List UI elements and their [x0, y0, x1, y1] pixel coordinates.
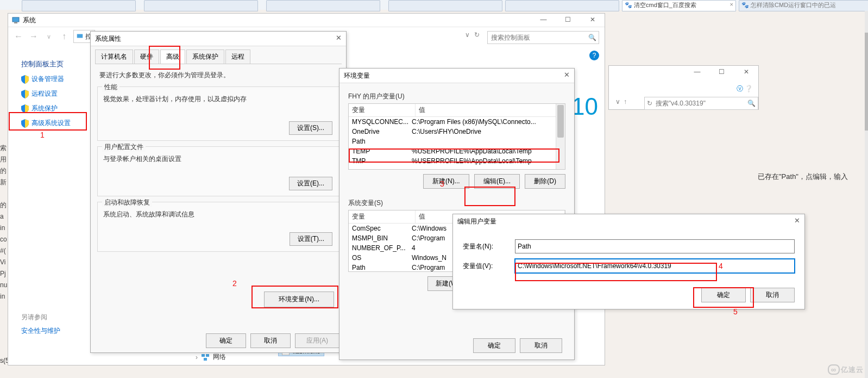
tab-row: 计算机名 硬件 高级 系统保护 远程: [95, 49, 342, 64]
sidebar-item-label: 安全性与维护: [21, 326, 60, 336]
dialog-title: 编辑用户变量: [453, 214, 804, 228]
group-performance: 性能 视觉效果，处理器计划，内存使用，以及虚拟内存 设置(S)...: [97, 86, 339, 141]
window-title: 系统: [23, 16, 36, 25]
sidebar-heading: 控制面板主页: [21, 59, 92, 69]
windows-10-logo: 10: [571, 93, 598, 120]
group-profile: 用户配置文件 与登录帐户相关的桌面设置 设置(E)...: [97, 146, 339, 196]
tab-computer-name[interactable]: 计算机名: [95, 49, 133, 64]
close-icon[interactable]: ×: [730, 1, 733, 8]
callout-box-path: [349, 148, 559, 163]
callout-label-4: 4: [719, 262, 723, 270]
shield-icon: [21, 90, 29, 98]
minimize-icon[interactable]: —: [531, 14, 556, 27]
sidebar: 控制面板主页 设备管理器 远程设置 系统保护 高级系统设置 另请参阅 安全性与维…: [21, 59, 92, 341]
tab-protection[interactable]: 系统保护: [186, 49, 224, 64]
chevron-down-icon[interactable]: ∨: [43, 33, 55, 40]
explorer-search[interactable]: ↻ 🔍: [644, 97, 758, 110]
sidebar-item-label: 设备管理器: [32, 75, 64, 84]
svg-rect-1: [14, 22, 17, 23]
search-icon[interactable]: 🔍: [588, 34, 596, 41]
col-var[interactable]: 变量: [349, 104, 416, 116]
search-input[interactable]: [490, 33, 574, 42]
settings-button[interactable]: 设置(T)...: [290, 232, 332, 246]
callout-box-4: [515, 263, 717, 281]
chevron-down-icon[interactable]: ∨: [465, 31, 470, 39]
tree-item-network[interactable]: › 网络: [196, 352, 226, 362]
maximize-icon[interactable]: ☐: [709, 66, 734, 79]
page-scrollbar[interactable]: [865, 11, 868, 378]
col-val[interactable]: 值: [416, 104, 565, 116]
settings-button[interactable]: 设置(E)...: [289, 177, 332, 190]
cancel-button[interactable]: 取消: [250, 333, 291, 348]
sidebar-item-device-manager[interactable]: 设备管理器: [21, 75, 92, 84]
scrollbar-thumb[interactable]: [865, 33, 868, 131]
apply-button[interactable]: 应用(A): [295, 333, 339, 348]
tab-fragment[interactable]: [144, 0, 258, 11]
chevron-down-icon[interactable]: ∨: [615, 98, 620, 106]
new-button[interactable]: 新建(N)...: [423, 174, 469, 189]
search-input[interactable]: [655, 99, 738, 108]
tab-fragment[interactable]: [266, 0, 380, 11]
cancel-button[interactable]: 取消: [750, 288, 795, 302]
svg-rect-0: [12, 17, 19, 22]
group-caption: 启动和故障恢复: [102, 198, 152, 207]
addr-right: ∨ ↻: [465, 31, 480, 39]
sidebar-item-remote[interactable]: 远程设置: [21, 89, 92, 98]
shield-icon: [21, 75, 29, 84]
see-also-heading: 另请参阅: [21, 313, 92, 322]
help-icon[interactable]: ⓥ ❔: [737, 84, 753, 94]
refresh-icon[interactable]: ↻: [474, 31, 480, 39]
refresh-icon[interactable]: ↻: [647, 100, 652, 107]
up-icon[interactable]: ↑: [624, 98, 627, 106]
tab-baidu[interactable]: 🐾 清空cmd窗口_百度搜索 ×: [622, 0, 736, 11]
browser-tabs-bar: 🐾 清空cmd窗口_百度搜索 × 🐾 怎样清除CMD运行窗口中的已运: [0, 0, 868, 10]
admin-note: 要进行大多数更改，你必须作为管理员登录。: [99, 71, 337, 80]
callout-label-5: 5: [733, 307, 738, 316]
window-controls: — ☐ ✕: [531, 14, 605, 27]
back-icon[interactable]: ←: [12, 32, 24, 41]
group-caption: 性能: [102, 83, 119, 92]
var-name-label: 变量名(N):: [463, 242, 515, 251]
close-icon[interactable]: ✕: [734, 66, 758, 79]
close-icon[interactable]: ✕: [564, 71, 570, 79]
sidebar-item-security[interactable]: 安全性与维护: [21, 326, 92, 336]
close-icon[interactable]: ✕: [794, 216, 800, 225]
minimize-icon[interactable]: —: [685, 66, 709, 79]
group-text: 系统启动、系统故障和调试信息: [103, 210, 334, 219]
tab-fragment[interactable]: [388, 0, 502, 11]
forward-icon[interactable]: →: [28, 32, 40, 41]
maximize-icon[interactable]: ☐: [556, 14, 580, 27]
nav-arrows: ∨ ↑: [615, 98, 627, 106]
ok-button[interactable]: 确定: [473, 338, 515, 353]
var-value-label: 变量值(V):: [463, 262, 515, 271]
delete-button[interactable]: 删除(D): [525, 174, 565, 189]
tab-csdn[interactable]: 🐾 怎样清除CMD运行窗口中的已运: [739, 0, 868, 11]
tab-remote[interactable]: 远程: [225, 49, 250, 64]
cancel-button[interactable]: 取消: [520, 338, 562, 353]
callout-box-2: [251, 286, 338, 308]
col-var[interactable]: 变量: [349, 210, 416, 223]
network-icon: [201, 354, 210, 361]
settings-button[interactable]: 设置(S)...: [289, 121, 332, 135]
watermark: ∞亿速云: [828, 364, 864, 375]
tab-fragment[interactable]: [505, 0, 619, 11]
close-icon[interactable]: ✕: [336, 34, 342, 42]
user-vars-buttons: 新建(N)... 编辑(E)... 删除(D): [348, 174, 565, 189]
close-icon[interactable]: ✕: [580, 14, 605, 27]
group-text: 与登录帐户相关的桌面设置: [103, 154, 334, 164]
control-panel-search[interactable]: 🔍: [487, 31, 599, 44]
user-vars-label: FHY 的用户变量(U): [348, 92, 565, 101]
sidebar-item-label: 远程设置: [32, 89, 58, 98]
var-name-input[interactable]: [515, 239, 795, 253]
tab-fragment[interactable]: [22, 0, 136, 11]
ok-button[interactable]: 确定: [206, 333, 246, 348]
callout-box-5: [693, 287, 754, 308]
window-controls: — ☐ ✕: [685, 66, 758, 79]
search-icon[interactable]: 🔍: [747, 100, 756, 107]
up-icon[interactable]: ↑: [58, 32, 70, 41]
tab-label: 怎样清除CMD运行窗口中的已运: [751, 2, 836, 8]
help-icon[interactable]: ?: [589, 51, 599, 60]
callout-box-1: [9, 112, 87, 131]
row-var-name: 变量名(N):: [463, 239, 795, 253]
callout-label-3: 3: [440, 179, 444, 188]
